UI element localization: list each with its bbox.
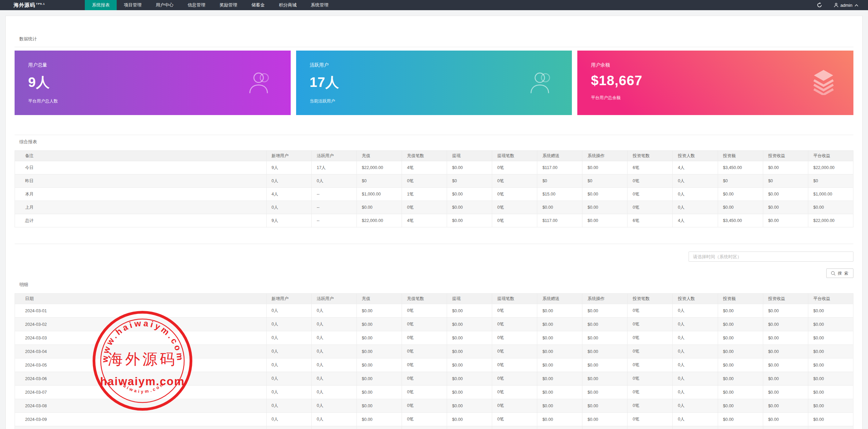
table-cell: 0人 bbox=[311, 386, 356, 399]
search-button[interactable]: 搜 索 bbox=[826, 268, 853, 278]
table-cell: $0.00 bbox=[447, 386, 492, 399]
table-cell: $0.00 bbox=[718, 399, 763, 413]
column-header: 备注 bbox=[15, 151, 267, 161]
table-cell: 4人 bbox=[266, 188, 311, 201]
column-header: 系统操作 bbox=[582, 294, 628, 304]
table-cell: 0笔 bbox=[492, 214, 537, 227]
column-header: 系统赠送 bbox=[537, 151, 582, 161]
column-header: 投资收益 bbox=[763, 294, 808, 304]
table-cell: 0笔 bbox=[402, 386, 447, 399]
nav-item-info-manage[interactable]: 信息管理 bbox=[180, 0, 212, 10]
table-cell: 9人 bbox=[266, 214, 311, 227]
table-cell: 4笔 bbox=[402, 214, 447, 227]
table-cell: $3,450.00 bbox=[718, 214, 763, 227]
navbar-right: admin bbox=[817, 2, 859, 8]
stat-card-active-users: 活跃用户 17人 当前活跃用户 bbox=[296, 51, 572, 115]
column-header: 平台收益 bbox=[808, 151, 853, 161]
table-cell: $0.00 bbox=[356, 345, 402, 358]
app-logo[interactable]: 海外源码TP5.1 bbox=[14, 2, 45, 8]
column-header: 提现 bbox=[447, 294, 492, 304]
table-cell: $3,450.00 bbox=[718, 161, 763, 174]
table-cell: $22,000.00 bbox=[808, 161, 853, 174]
table-row: 2024-03-070人0人$0.000笔$0.000笔$0.00$0.000笔… bbox=[15, 386, 853, 399]
table-cell: 0笔 bbox=[402, 318, 447, 331]
table-cell: $0.00 bbox=[718, 201, 763, 214]
table-cell: 2024-03-04 bbox=[15, 345, 267, 358]
table-cell: 0人 bbox=[266, 318, 311, 331]
table-cell: 1笔 bbox=[402, 188, 447, 201]
nav-item-savings[interactable]: 储蓄金 bbox=[244, 0, 272, 10]
date-range-input[interactable] bbox=[689, 251, 853, 262]
table-cell: 0笔 bbox=[402, 358, 447, 372]
nav-item-points-mall[interactable]: 积分商城 bbox=[272, 0, 304, 10]
brand-version: TP5.1 bbox=[36, 2, 45, 5]
table-cell: 0人 bbox=[673, 426, 718, 429]
table-cell: 0人 bbox=[311, 372, 356, 386]
table-cell: $117.00 bbox=[537, 214, 582, 227]
table-cell: 0人 bbox=[266, 331, 311, 345]
table-cell: 0笔 bbox=[492, 399, 537, 413]
section-title-detail: 明细 bbox=[15, 282, 28, 287]
nav-item-user-center[interactable]: 用户中心 bbox=[149, 0, 180, 10]
table-cell: $0.00 bbox=[447, 399, 492, 413]
table-cell: $0.00 bbox=[447, 188, 492, 201]
table-cell: $0.00 bbox=[582, 399, 628, 413]
column-header: 充值 bbox=[356, 294, 402, 304]
table-cell: 0人 bbox=[673, 331, 718, 345]
table-cell: 0笔 bbox=[402, 372, 447, 386]
column-header: 投资人数 bbox=[673, 294, 718, 304]
table-cell: 0人 bbox=[673, 372, 718, 386]
column-header: 充值笔数 bbox=[402, 294, 447, 304]
table-cell: 2024-03-01 bbox=[15, 304, 267, 318]
detail-table: 日期新增用户活跃用户充值充值笔数提现提现笔数系统赠送系统操作投资笔数投资人数投资… bbox=[15, 293, 853, 429]
table-cell: $0.00 bbox=[582, 161, 628, 174]
table-cell: $0.00 bbox=[763, 318, 808, 331]
nav-item-system-manage[interactable]: 系统管理 bbox=[304, 0, 335, 10]
table-cell: $0.00 bbox=[718, 304, 763, 318]
card-desc: 当前活跃用户 bbox=[310, 98, 572, 104]
table-cell: 本月 bbox=[15, 188, 267, 201]
table-row: 上月0人--$0.000笔$0.000笔$0.00$0.000笔0人$0.00$… bbox=[15, 201, 853, 214]
stat-cards: 用户总量 9人 平台用户总人数 活跃用户 17人 当前活跃用户 bbox=[15, 51, 853, 115]
table-cell: $0.00 bbox=[718, 386, 763, 399]
refresh-icon[interactable] bbox=[817, 2, 822, 8]
nav-item-system-report[interactable]: 系统报表 bbox=[85, 0, 117, 10]
table-cell: $0.00 bbox=[356, 386, 402, 399]
top-navbar: 海外源码TP5.1 系统报表 项目管理 用户中心 信息管理 奖励管理 储蓄金 积… bbox=[0, 0, 868, 10]
table-cell: $0.00 bbox=[763, 399, 808, 413]
table-cell: 0笔 bbox=[628, 188, 673, 201]
table-row: 2024-03-020人0人$0.000笔$0.000笔$0.00$0.000笔… bbox=[15, 318, 853, 331]
table-cell: 0人 bbox=[673, 345, 718, 358]
table-cell: $0.00 bbox=[447, 201, 492, 214]
table-cell: 0人 bbox=[266, 413, 311, 426]
nav-item-reward-manage[interactable]: 奖励管理 bbox=[212, 0, 244, 10]
table-cell: 0笔 bbox=[492, 304, 537, 318]
table-cell: 0笔 bbox=[402, 331, 447, 345]
stat-card-total-users: 用户总量 9人 平台用户总人数 bbox=[15, 51, 291, 115]
table-cell: $0.00 bbox=[808, 426, 853, 429]
table-cell: $0 bbox=[356, 174, 402, 188]
nav-item-project-manage[interactable]: 项目管理 bbox=[117, 0, 149, 10]
table-cell: $0.00 bbox=[763, 331, 808, 345]
table-cell: $22,000.00 bbox=[808, 214, 853, 227]
table-cell: 2024-03-09 bbox=[15, 413, 267, 426]
table-cell: 0人 bbox=[266, 386, 311, 399]
table-cell: 0笔 bbox=[628, 345, 673, 358]
users-icon bbox=[248, 70, 273, 95]
table-cell: 0人 bbox=[266, 358, 311, 372]
table-cell: $0.00 bbox=[537, 358, 582, 372]
table-cell: $0.00 bbox=[718, 426, 763, 429]
card-desc: 平台用户总人数 bbox=[28, 98, 291, 104]
column-header: 活跃用户 bbox=[311, 151, 356, 161]
table-cell: 0笔 bbox=[628, 358, 673, 372]
user-menu[interactable]: admin bbox=[834, 3, 859, 8]
table-cell: 总计 bbox=[15, 214, 267, 227]
table-cell: $0.00 bbox=[582, 331, 628, 345]
section-title-stats: 数据统计 bbox=[19, 36, 37, 41]
column-header: 系统操作 bbox=[582, 151, 628, 161]
table-cell: $0.00 bbox=[582, 214, 628, 227]
table-cell: $0.00 bbox=[808, 399, 853, 413]
table-cell: 0人 bbox=[266, 426, 311, 429]
table-cell: 6笔 bbox=[628, 214, 673, 227]
table-cell: $0.00 bbox=[447, 318, 492, 331]
